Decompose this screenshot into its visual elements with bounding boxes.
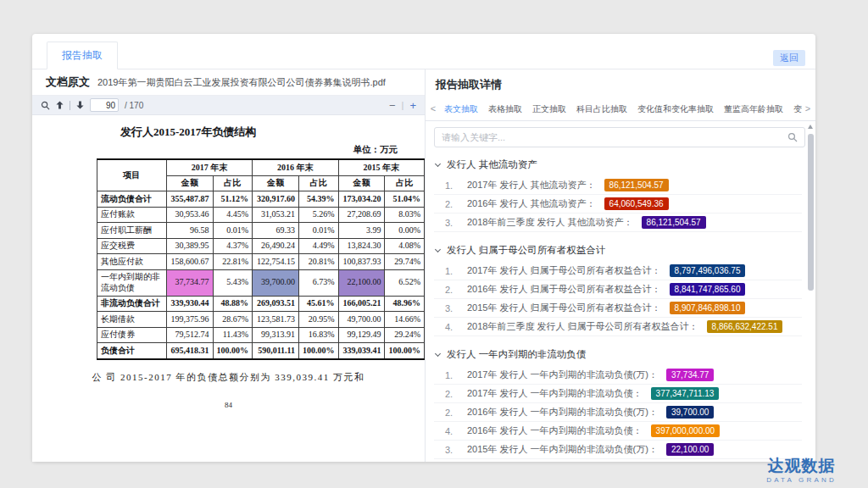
extraction-item: 4.2018年前三季度 发行人 归属于母公司所有者权益合计：8,866,632,… bbox=[434, 318, 802, 336]
top-tab-bar: 报告抽取 返回 bbox=[32, 34, 815, 69]
zoom-in-button[interactable]: + bbox=[409, 99, 416, 112]
extraction-tab[interactable]: 董监高年龄抽取 bbox=[721, 97, 786, 121]
item-label: 2018年前三季度 发行人 其他流动资产： bbox=[467, 216, 633, 229]
value-badge[interactable]: 8,797,496,036.75 bbox=[670, 264, 746, 277]
extraction-item: 1.2017年 发行人 归属于母公司所有者权益合计：8,797,496,036.… bbox=[434, 262, 802, 280]
extraction-panel-title: 报告抽取详情 bbox=[426, 69, 815, 97]
tabs-scroll-left-icon[interactable]: < bbox=[427, 103, 439, 114]
row-label-cell: 负债合计 bbox=[97, 343, 167, 359]
value-badge[interactable]: 377,347,711.13 bbox=[651, 387, 720, 400]
section-header[interactable]: 发行人 一年内到期的非流动负债 bbox=[434, 342, 802, 366]
scroll-up-icon[interactable] bbox=[808, 122, 813, 129]
value-cell: 6.73% bbox=[299, 269, 339, 296]
section-header[interactable]: 发行人 其他流动资产 bbox=[434, 152, 802, 176]
search-icon[interactable] bbox=[787, 132, 798, 142]
extraction-tab[interactable]: 表格抽取 bbox=[486, 97, 525, 121]
value-badge[interactable]: 64,060,549.36 bbox=[604, 197, 669, 210]
value-cell: 20.95% bbox=[299, 312, 339, 328]
page-number-input[interactable] bbox=[90, 98, 119, 112]
value-cell: 6.52% bbox=[385, 269, 425, 296]
highlighted-value-cell[interactable]: 39,700.00 bbox=[253, 269, 299, 296]
item-label: 2017年 发行人 一年内到期的非流动负债： bbox=[467, 387, 643, 400]
item-label: 2016年 发行人 归属于母公司所有者权益合计： bbox=[467, 283, 661, 296]
value-cell: 96.58 bbox=[166, 223, 213, 239]
value-cell: 590,011.11 bbox=[253, 343, 299, 359]
value-cell: 695,418.31 bbox=[166, 343, 213, 359]
row-label-cell: 应付职工薪酬 bbox=[97, 223, 167, 239]
item-label: 2016年 发行人 一年内到期的非流动负债： bbox=[467, 424, 643, 437]
scrollbar-thumb[interactable] bbox=[808, 134, 814, 291]
extraction-item: 4.2016年 发行人 一年内到期的非流动负债：397,000,000.00 bbox=[434, 422, 802, 441]
tab-report-extraction[interactable]: 报告抽取 bbox=[47, 42, 118, 69]
value-badge[interactable]: 397,000,000.00 bbox=[651, 424, 721, 437]
pdf-table-row: 一年内到期的非流动负债37,734.775.43%39,700.006.73%2… bbox=[97, 269, 425, 296]
table-header-cell: 项目 bbox=[97, 159, 167, 191]
value-cell: 8.03% bbox=[385, 207, 425, 223]
page-down-icon[interactable] bbox=[76, 101, 84, 109]
pdf-toolbar: / 170 − | + bbox=[32, 96, 425, 115]
extraction-item: 1.2017年 发行人 其他流动资产：86,121,504.57 bbox=[434, 176, 802, 195]
pdf-unit-label: 单位：万元 bbox=[32, 144, 398, 156]
value-cell: 29.74% bbox=[385, 254, 425, 270]
value-cell: 100.00% bbox=[213, 343, 253, 359]
highlighted-value-cell[interactable]: 22,100.00 bbox=[338, 269, 385, 296]
section-title: 发行人 一年内到期的非流动负债 bbox=[447, 348, 586, 361]
value-badge[interactable]: 39,700.00 bbox=[666, 406, 715, 419]
value-badge[interactable]: 86,121,504.57 bbox=[604, 179, 669, 191]
value-badge[interactable]: 86,121,504.57 bbox=[642, 216, 706, 229]
highlighted-value-cell[interactable]: 37,734.77 bbox=[166, 269, 213, 296]
item-label: 2015年 发行人 一年内到期的非流动负债(万)： bbox=[467, 443, 658, 456]
page-up-icon[interactable] bbox=[56, 101, 64, 109]
search-icon[interactable] bbox=[41, 101, 50, 110]
liability-table: 项目2017 年末2016 年末2015 年末金额占比金额占比金额占比 流动负债… bbox=[97, 158, 425, 360]
section-header[interactable]: 发行人 归属于母公司所有者权益合计 bbox=[434, 238, 802, 262]
back-button[interactable]: 返回 bbox=[773, 50, 805, 66]
pdf-table-row: 长期借款199,375.9628.67%123,581.7320.95%49,7… bbox=[97, 312, 425, 328]
item-number: 3. bbox=[445, 445, 459, 455]
item-number: 4. bbox=[445, 322, 459, 332]
extraction-section: 发行人 其他流动资产1.2017年 发行人 其他流动资产：86,121,504.… bbox=[434, 152, 802, 232]
item-number: 1. bbox=[445, 370, 459, 380]
value-cell: 4.49% bbox=[299, 238, 339, 254]
datagrand-logo: 达观数据 DATA GRAND bbox=[766, 458, 837, 484]
extraction-item: 3.2015年 发行人 归属于母公司所有者权益合计：8,907,846,898.… bbox=[434, 299, 802, 318]
value-badge[interactable]: 22,100.00 bbox=[666, 443, 715, 456]
value-badge[interactable]: 37,734.77 bbox=[666, 369, 715, 381]
zoom-divider: | bbox=[402, 100, 404, 110]
section-title: 发行人 其他流动资产 bbox=[447, 158, 537, 171]
value-cell: 22.81% bbox=[213, 254, 253, 270]
pdf-table-row: 应交税费30,389.954.37%26,490.244.49%13,824.3… bbox=[97, 238, 425, 254]
value-cell: 48.88% bbox=[213, 296, 253, 312]
document-filename: 2019年第一期贵阳白云工业发展投资有限公司公司债券募集说明书.pdf bbox=[97, 76, 386, 89]
keyword-search-input[interactable] bbox=[442, 132, 787, 142]
pdf-table-row: 应付账款30,953.464.45%31,053.215.26%27,208.6… bbox=[97, 207, 425, 223]
extraction-tab[interactable]: 变动趋势 bbox=[791, 97, 802, 121]
extraction-list: 发行人 其他流动资产1.2017年 发行人 其他流动资产：86,121,504.… bbox=[426, 152, 815, 462]
value-cell: 27,208.69 bbox=[338, 207, 385, 223]
table-header-cell: 2016 年末 bbox=[253, 159, 338, 175]
table-header-cell: 金额 bbox=[253, 175, 299, 191]
item-label: 2015年 发行人 归属于母公司所有者权益合计： bbox=[467, 302, 661, 314]
value-cell: 5.26% bbox=[299, 207, 339, 223]
extraction-tab[interactable]: 变化值和变化率抽取 bbox=[635, 97, 716, 121]
value-badge[interactable]: 8,866,632,422.51 bbox=[707, 320, 783, 333]
value-cell: 3.99 bbox=[338, 223, 385, 239]
value-cell: 199,375.96 bbox=[166, 312, 213, 328]
extraction-section: 发行人 一年内到期的非流动负债1.2017年 发行人 一年内到期的非流动负债(万… bbox=[434, 342, 802, 462]
extraction-tab[interactable]: 正文抽取 bbox=[530, 97, 569, 121]
value-cell: 4.45% bbox=[213, 207, 253, 223]
extraction-item: 6.2015年 发行人 一年内到期的非流动负债：221,000,000.00 bbox=[434, 459, 802, 462]
table-header-cell: 占比 bbox=[213, 175, 253, 191]
value-cell: 29.24% bbox=[385, 327, 425, 343]
extraction-tab[interactable]: 科目占比抽取 bbox=[574, 97, 630, 121]
extraction-tab[interactable]: 表文抽取 bbox=[442, 97, 481, 121]
item-number: 2. bbox=[445, 389, 459, 399]
scrollbar[interactable] bbox=[808, 124, 814, 458]
tabs-scroll-right-icon[interactable]: > bbox=[802, 103, 814, 114]
value-badge[interactable]: 8,841,747,865.60 bbox=[670, 283, 746, 296]
value-badge[interactable]: 8,907,846,898.10 bbox=[670, 302, 746, 314]
row-label-cell: 流动负债合计 bbox=[97, 191, 167, 208]
value-cell: 69.33 bbox=[253, 223, 299, 239]
extraction-item: 3.2018年前三季度 发行人 其他流动资产：86,121,504.57 bbox=[434, 214, 802, 232]
zoom-out-button[interactable]: − bbox=[389, 99, 396, 112]
